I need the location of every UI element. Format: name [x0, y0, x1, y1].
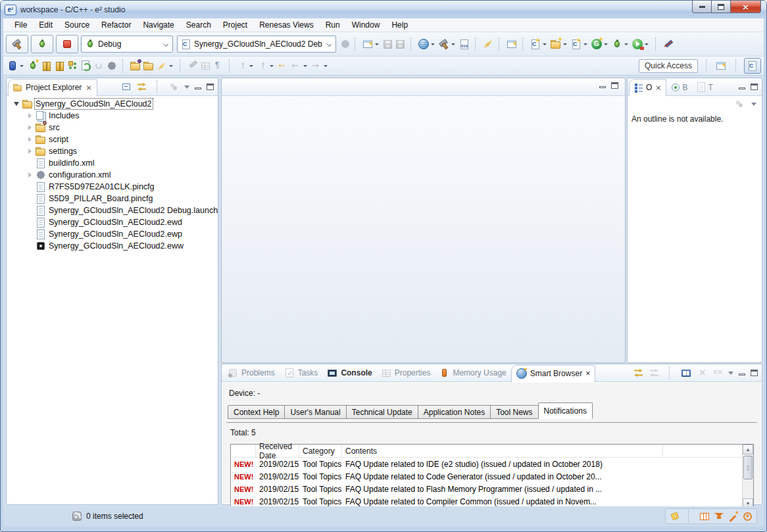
subtab-tool-news[interactable]: Tool News [490, 405, 538, 419]
resume-button[interactable] [39, 59, 53, 73]
maximize-panel-icon[interactable] [751, 84, 758, 90]
debug-as-button[interactable] [610, 37, 631, 51]
quick-access-button[interactable]: Quick Access [639, 59, 698, 73]
graduation-cap-icon[interactable] [714, 511, 724, 521]
scrollbar-thumb[interactable] [743, 456, 753, 479]
column-category[interactable]: Category [299, 445, 342, 457]
configure-button[interactable] [105, 59, 118, 73]
highlight-button[interactable] [155, 59, 176, 73]
tab-smart-browser[interactable]: ★ Smart Browser × [511, 365, 595, 382]
new-wizard-button[interactable] [361, 37, 382, 51]
tag-icon[interactable] [671, 512, 680, 521]
open-perspective-button[interactable] [712, 58, 730, 74]
column-contents[interactable]: Contents [342, 445, 663, 457]
launch-settings-gear-icon[interactable] [340, 39, 351, 49]
tree-item-includes[interactable]: Includes [7, 110, 218, 122]
subtab-notifications[interactable]: Notifications [538, 402, 593, 419]
reset-button[interactable] [6, 59, 26, 73]
tree-item-ewd[interactable]: Synergy_GCloudSln_AECloud2.ewd [7, 216, 218, 228]
suspend-button[interactable] [53, 59, 66, 73]
subtab-technical-update[interactable]: Technical Update [346, 405, 418, 419]
minimize-panel-icon[interactable] [739, 87, 745, 89]
debug-config-combo[interactable]: Debug [81, 36, 173, 53]
close-icon[interactable]: × [86, 84, 91, 91]
scroll-up-icon[interactable]: ▲ [743, 445, 753, 454]
close-icon[interactable]: × [655, 84, 661, 91]
column-received-date[interactable]: Received Date [256, 445, 299, 457]
dropdown-arrow-icon[interactable] [583, 43, 587, 45]
synergy-configuration-button[interactable] [590, 37, 610, 51]
map-icon[interactable] [700, 513, 709, 520]
tree-item-project[interactable]: Synergy_GCloudSln_AECloud2 [7, 98, 218, 110]
collapse-arrow-icon[interactable] [26, 113, 33, 118]
menu-window[interactable]: Window [346, 19, 386, 31]
open-folder-button[interactable] [142, 59, 155, 73]
title-bar[interactable]: e² workspace - C/C++ - e² studio × [1, 1, 766, 18]
table-row[interactable]: NEW! 2019/02/15 Tool Topics FAQ Update r… [231, 470, 753, 483]
minimize-panel-icon[interactable] [195, 87, 201, 89]
collapse-arrow-icon[interactable] [26, 137, 33, 142]
dropdown-arrow-icon[interactable] [431, 43, 435, 45]
tree-item-launch[interactable]: Synergy_GCloudSln_AECloud2 Debug.launch [7, 205, 218, 216]
table-scrollbar[interactable]: ▲ ▼ [742, 445, 753, 508]
dropdown-arrow-icon[interactable] [645, 43, 649, 45]
tab-project-explorer[interactable]: Project Explorer × [8, 79, 97, 96]
restore-button[interactable] [712, 1, 731, 13]
debug-button[interactable] [31, 35, 53, 53]
menu-edit[interactable]: Edit [33, 19, 59, 31]
minimize-panel-icon[interactable] [599, 86, 606, 88]
tab-tasks[interactable]: Tasks [280, 364, 323, 381]
view-menu-icon[interactable] [184, 85, 189, 89]
menu-refactor[interactable]: Refactor [95, 19, 137, 31]
terminate-button[interactable] [56, 35, 78, 53]
minimize-button[interactable] [692, 1, 712, 13]
launch-config-combo[interactable]: Synergy_GCloudSln_AECloud2 Deb [177, 36, 336, 53]
menu-run[interactable]: Run [320, 19, 346, 31]
import-button[interactable] [129, 59, 142, 73]
tab-outline[interactable]: O × [629, 79, 666, 96]
dropdown-arrow-icon[interactable] [543, 43, 547, 45]
run-as-button[interactable] [631, 37, 651, 51]
dropdown-arrow-icon[interactable] [169, 65, 173, 67]
tab-problems[interactable]: Problems [223, 364, 280, 381]
maximize-panel-icon[interactable] [611, 82, 618, 89]
tree-item-pincfg-clk[interactable]: R7FS5D97E2A01CLK.pincfg [7, 181, 218, 193]
maximize-panel-icon[interactable] [207, 84, 214, 90]
open-view-button[interactable] [505, 37, 518, 51]
close-icon[interactable]: × [585, 369, 590, 378]
dropdown-arrow-icon[interactable] [451, 43, 455, 45]
c-cpp-perspective-button[interactable] [744, 58, 761, 74]
dropdown-arrow-icon[interactable] [375, 43, 379, 45]
tree-item-eww[interactable]: Synergy_GCloudSln_AECloud2.eww [7, 240, 218, 252]
menu-project[interactable]: Project [217, 19, 253, 31]
tab-breakpoints[interactable]: B [666, 79, 692, 96]
tree-item-buildinfo[interactable]: buildinfo.xml [7, 157, 218, 169]
table-row[interactable]: NEW! 2019/02/15 Tool Topics FAQ Update r… [231, 483, 753, 495]
tab-properties[interactable]: Properties [377, 364, 435, 381]
editor-area[interactable] [221, 78, 626, 363]
link-with-editor-icon[interactable] [633, 368, 644, 378]
new-c-project-button[interactable] [549, 37, 570, 51]
table-row[interactable]: NEW! 2019/02/15 Tool Topics FAQ Update r… [231, 458, 753, 470]
tree-item-pincfg-board[interactable]: S5D9_PILLAR_Board.pincfg [7, 193, 218, 205]
dropdown-arrow-icon[interactable] [20, 65, 24, 67]
download-button[interactable] [79, 59, 92, 73]
build-button[interactable] [437, 37, 458, 51]
binary-view-button[interactable] [458, 37, 471, 51]
dropdown-arrow-icon[interactable] [563, 43, 567, 45]
debug-browser-button[interactable] [417, 37, 437, 51]
dropdown-arrow-icon[interactable] [604, 43, 608, 45]
menu-help[interactable]: Help [385, 19, 414, 31]
tree-item-settings[interactable]: settings [7, 145, 218, 157]
menu-file[interactable]: File [9, 19, 33, 31]
column-new[interactable] [231, 445, 256, 457]
collapse-arrow-icon[interactable] [26, 125, 33, 130]
magic-wand-icon[interactable] [728, 511, 739, 521]
subtab-users-manual[interactable]: User's Manual [284, 405, 346, 419]
minimize-panel-icon[interactable] [739, 374, 745, 375]
view-menu-icon[interactable] [728, 372, 733, 375]
close-button[interactable]: × [731, 1, 761, 13]
build-project-button[interactable] [6, 35, 28, 53]
tree-item-configuration[interactable]: configuration.xml [7, 169, 218, 181]
star-badge-icon[interactable] [743, 512, 752, 521]
